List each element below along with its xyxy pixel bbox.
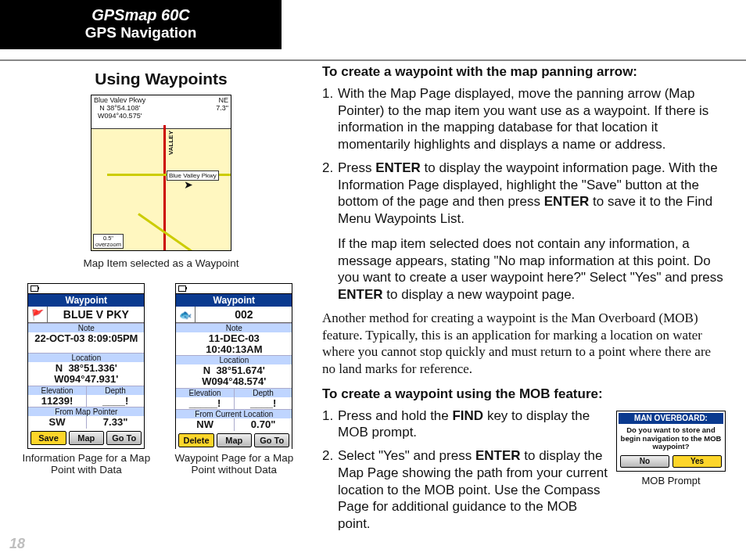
product-title: GPSmap 60C — [19, 6, 263, 24]
section-title: GPS Navigation — [19, 24, 263, 41]
mob-no-button[interactable]: No — [620, 455, 669, 468]
mob-title: MAN OVERBOARD: — [619, 413, 723, 425]
map-screenshot: Blue Valev Pkwy N 38°54.108' W094°40.575… — [91, 95, 231, 251]
mob-step-2: Select "Yes" and press ENTER to display … — [338, 447, 608, 533]
wp-a-note: 22-OCT-03 8:09:05PM — [28, 332, 144, 345]
figure-mob-caption: MOB Prompt — [616, 475, 726, 488]
mob-step-1: Press and hold the FIND key to display t… — [338, 407, 608, 442]
heading-create-panning: To create a waypoint with the map pannin… — [322, 63, 726, 81]
figure-wp-a-caption: Information Page for a Map Point with Da… — [20, 452, 152, 476]
figure-map-caption: Map Item selected as a Waypoint — [20, 257, 302, 269]
map-banner-lon: W094°40.575' — [94, 113, 145, 120]
mob-paragraph: Another method for creating a waypoint i… — [322, 310, 726, 378]
battery-icon — [30, 285, 38, 292]
figure-mob: MAN OVERBOARD: Do you want to store and … — [616, 411, 726, 489]
flag-icon: 🚩 — [28, 307, 48, 322]
wp-a-title: Waypoint — [28, 294, 144, 307]
map-road-diagonal — [138, 213, 216, 251]
goto-button[interactable]: Go To — [254, 433, 289, 447]
map-button[interactable]: Map — [217, 433, 252, 447]
map-road-label: VALLEY — [167, 131, 174, 155]
body-text: To create a waypoint with the map pannin… — [322, 59, 726, 540]
wp-a-from-label: From Map Pointer — [28, 407, 144, 416]
map-banner-dist: 7.3" — [216, 105, 228, 113]
page-number: 18 — [9, 536, 25, 552]
delete-button[interactable]: Delete — [178, 433, 213, 447]
figure-wp-b: Waypoint 🐟 002 Note 11-DEC-03 10:40:13AM… — [167, 283, 302, 476]
map-pointer-icon: ➤ — [184, 178, 193, 191]
map-scale-box: 0.5" overzoom — [93, 234, 124, 249]
wp-a-name: BLUE V PKY — [48, 307, 144, 322]
figure-wp-a: Waypoint 🚩 BLUE V PKY Note 22-OCT-03 8:0… — [20, 283, 152, 476]
save-button[interactable]: Save — [30, 431, 66, 445]
step-1: With the Map Page displayed, move the pa… — [338, 85, 726, 153]
mob-body: Do you want to store and begin navigatio… — [619, 424, 723, 453]
wp-a-note-label: Note — [28, 323, 144, 332]
map-button[interactable]: Map — [69, 431, 104, 445]
mob-yes-button[interactable]: Yes — [672, 455, 722, 468]
step-2-note: If the map item selected does not contai… — [338, 235, 726, 303]
wp-b-title: Waypoint — [176, 294, 292, 307]
header-black-box: GPSmap 60C GPS Navigation — [0, 0, 282, 49]
wp-b-name: 002 — [195, 307, 292, 322]
mob-prompt-screenshot: MAN OVERBOARD: Do you want to store and … — [616, 411, 726, 472]
waypoint-screen-b: Waypoint 🐟 002 Note 11-DEC-03 10:40:13AM… — [175, 283, 292, 449]
battery-icon — [178, 285, 186, 292]
goto-button[interactable]: Go To — [106, 431, 142, 445]
waypoint-screen-a: Waypoint 🚩 BLUE V PKY Note 22-OCT-03 8:0… — [27, 283, 145, 449]
figure-wp-b-caption: Waypoint Page for a Map Point without Da… — [167, 452, 302, 476]
header-rule — [0, 59, 746, 61]
wp-a-loc-label: Location — [28, 353, 144, 362]
left-heading: Using Waypoints — [20, 70, 302, 88]
step-2: Press ENTER to display the waypoint info… — [338, 160, 726, 228]
heading-create-mob: To create a waypoint using the MOB featu… — [322, 386, 726, 403]
wp-a-loc: N 38°51.336' W094°47.931' — [28, 362, 144, 385]
fish-icon: 🐟 — [176, 307, 195, 322]
figure-map: Blue Valev Pkwy N 38°54.108' W094°40.575… — [20, 95, 302, 269]
